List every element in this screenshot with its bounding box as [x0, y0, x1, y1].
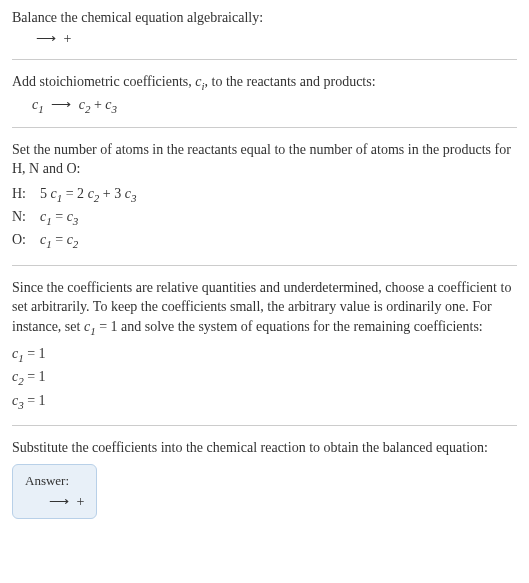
arrow-icon: ⟶ — [51, 96, 71, 113]
arrow-icon: ⟶ — [36, 30, 56, 47]
stoich-instruction: Add stoichiometric coefficients, ci, to … — [12, 72, 517, 94]
plus-sign: + — [64, 31, 72, 46]
atom-row-n: N: c1 = c3 — [12, 206, 517, 229]
balance-equation: ⟶ + — [12, 30, 517, 47]
coeff-c3: c3 = 1 — [12, 390, 517, 413]
section-atoms: Set the number of atoms in the reactants… — [12, 140, 517, 253]
answer-equation: ⟶ + — [25, 493, 84, 510]
atoms-table: H: 5 c1 = 2 c2 + 3 c3 N: c1 = c3 O: c1 =… — [12, 183, 517, 253]
atoms-instruction: Set the number of atoms in the reactants… — [12, 140, 517, 179]
arrow-icon: ⟶ — [49, 493, 69, 510]
answer-label: Answer: — [25, 473, 84, 489]
atom-row-o: O: c1 = c2 — [12, 229, 517, 252]
divider — [12, 127, 517, 128]
divider — [12, 59, 517, 60]
divider — [12, 265, 517, 266]
coefficients-list: c1 = 1 c2 = 1 c3 = 1 — [12, 343, 517, 413]
coeff-c2: c2 = 1 — [12, 366, 517, 389]
plus-sign: + — [77, 494, 85, 509]
section-solve: Since the coefficients are relative quan… — [12, 278, 517, 413]
section-balance: Balance the chemical equation algebraica… — [12, 8, 517, 47]
coeff-c1: c1 = 1 — [12, 343, 517, 366]
solve-instruction: Since the coefficients are relative quan… — [12, 278, 517, 339]
stoich-equation: c1 ⟶ c2 + c3 — [12, 96, 517, 115]
atom-row-h: H: 5 c1 = 2 c2 + 3 c3 — [12, 183, 517, 206]
balance-instruction: Balance the chemical equation algebraica… — [12, 8, 517, 28]
section-substitute: Substitute the coefficients into the che… — [12, 438, 517, 519]
divider — [12, 425, 517, 426]
section-stoichiometric: Add stoichiometric coefficients, ci, to … — [12, 72, 517, 115]
answer-box: Answer: ⟶ + — [12, 464, 97, 519]
substitute-instruction: Substitute the coefficients into the che… — [12, 438, 517, 458]
